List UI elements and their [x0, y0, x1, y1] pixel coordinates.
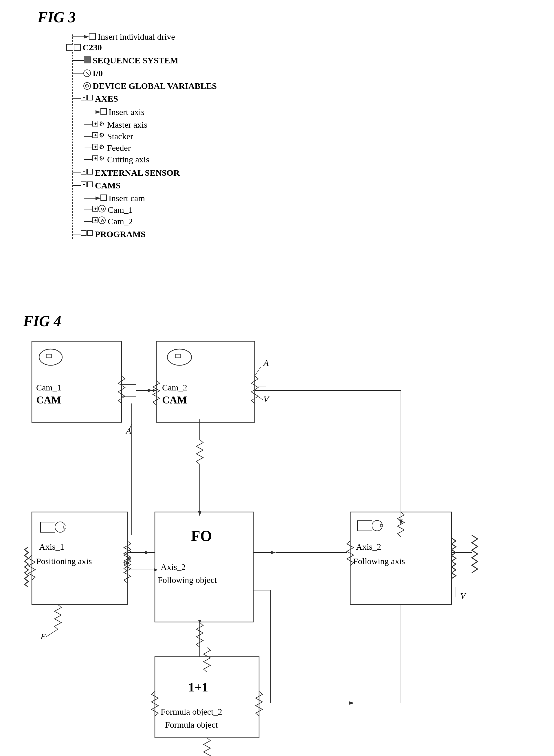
svg-rect-84: [46, 354, 52, 358]
svg-text:Axis_2: Axis_2: [161, 562, 186, 572]
svg-text:Axis_1: Axis_1: [39, 542, 64, 551]
svg-rect-7: [74, 44, 80, 51]
svg-rect-63: [101, 195, 107, 200]
svg-rect-134: [380, 524, 383, 527]
svg-text:+: +: [83, 95, 85, 100]
svg-rect-6: [67, 44, 73, 51]
svg-text:+: +: [94, 218, 97, 223]
fig3-tree-svg: Insert individual drive C230 SEQUENCE SY…: [55, 28, 272, 249]
svg-line-99: [258, 396, 263, 400]
svg-marker-130: [271, 551, 276, 554]
svg-text:⊖: ⊖: [101, 219, 104, 223]
svg-text:V: V: [263, 394, 270, 404]
svg-text:A: A: [125, 426, 131, 435]
svg-text:+: +: [83, 182, 85, 187]
svg-text:E: E: [40, 632, 46, 641]
svg-text:Following axis: Following axis: [353, 556, 405, 566]
svg-text:CAM: CAM: [162, 394, 187, 406]
svg-text:Cutting axis: Cutting axis: [107, 155, 149, 164]
svg-text:I/0: I/0: [93, 68, 103, 78]
fig4-section: FIG 4 Cam_1 CAM Cam_2 CAM A: [23, 312, 544, 756]
svg-line-97: [255, 367, 261, 376]
svg-text:Positioning axis: Positioning axis: [36, 556, 92, 566]
svg-text:Formula object_2: Formula object_2: [161, 707, 222, 716]
svg-rect-93: [175, 354, 181, 358]
svg-text:Stacker: Stacker: [107, 131, 133, 141]
fig4-diagram-svg: Cam_1 CAM Cam_2 CAM A V: [23, 338, 544, 756]
svg-rect-23: [88, 95, 93, 100]
fig3-section: FIG 3 Insert individual drive C230 SEQUE…: [38, 9, 269, 250]
svg-text:1+1: 1+1: [188, 680, 208, 694]
svg-text:+: +: [94, 156, 97, 161]
svg-text:Formula object: Formula object: [165, 720, 218, 730]
svg-text:FO: FO: [191, 528, 212, 544]
svg-text:Feeder: Feeder: [107, 143, 131, 153]
svg-marker-101: [153, 389, 156, 392]
svg-text:EXTERNAL SENSOR: EXTERNAL SENSOR: [95, 168, 180, 177]
svg-text:⚙: ⚙: [99, 120, 105, 127]
svg-rect-3: [89, 33, 96, 40]
svg-text:Insert cam: Insert cam: [109, 193, 145, 203]
svg-text:+: +: [94, 121, 97, 126]
fig4-label: FIG 4: [23, 312, 544, 330]
svg-text:Following object: Following object: [158, 575, 217, 585]
svg-rect-10: [84, 57, 90, 63]
svg-text:Cam_2: Cam_2: [108, 217, 133, 226]
svg-text:Insert individual drive: Insert individual drive: [98, 32, 175, 41]
svg-rect-106: [41, 522, 55, 532]
svg-text:+: +: [94, 133, 97, 137]
svg-text:A: A: [263, 358, 269, 367]
svg-text:SEQUENCE SYSTEM: SEQUENCE SYSTEM: [93, 56, 178, 65]
svg-text:V: V: [460, 591, 466, 600]
svg-text:⚙: ⚙: [99, 155, 105, 162]
svg-text:⊖: ⊖: [101, 207, 104, 211]
svg-text:Cam_2: Cam_2: [162, 383, 187, 392]
svg-text:Axis_2: Axis_2: [356, 542, 381, 551]
svg-rect-108: [64, 526, 66, 528]
svg-text:Insert axis: Insert axis: [109, 107, 145, 117]
svg-text:CAM: CAM: [36, 394, 61, 406]
svg-rect-132: [357, 521, 372, 531]
svg-text:⚙: ⚙: [85, 83, 89, 89]
svg-rect-80: [88, 230, 93, 236]
svg-text:C230: C230: [82, 43, 102, 52]
svg-text:CAMS: CAMS: [95, 181, 120, 190]
svg-text:+: +: [83, 169, 85, 174]
svg-line-112: [46, 629, 58, 637]
svg-marker-153: [349, 701, 354, 705]
svg-text:DEVICE GLOBAL VARIABLES: DEVICE GLOBAL VARIABLES: [93, 81, 217, 91]
svg-text:⚙: ⚙: [99, 132, 105, 139]
svg-text:⚙: ⚙: [99, 143, 105, 151]
svg-rect-53: [88, 169, 93, 174]
fig3-label: FIG 3: [38, 9, 269, 26]
svg-text:PROGRAMS: PROGRAMS: [95, 229, 146, 239]
svg-text:Cam_1: Cam_1: [108, 205, 133, 215]
svg-text:+: +: [94, 144, 97, 149]
svg-text:Cam_1: Cam_1: [36, 383, 61, 392]
svg-rect-28: [101, 109, 107, 114]
svg-rect-58: [88, 182, 93, 187]
svg-text:Master  axis: Master axis: [107, 120, 147, 129]
svg-text:+: +: [94, 207, 97, 211]
svg-marker-27: [96, 110, 101, 114]
svg-marker-62: [96, 196, 101, 200]
svg-text:+: +: [83, 231, 85, 235]
svg-text:AXES: AXES: [95, 94, 118, 103]
svg-marker-2: [84, 35, 89, 39]
